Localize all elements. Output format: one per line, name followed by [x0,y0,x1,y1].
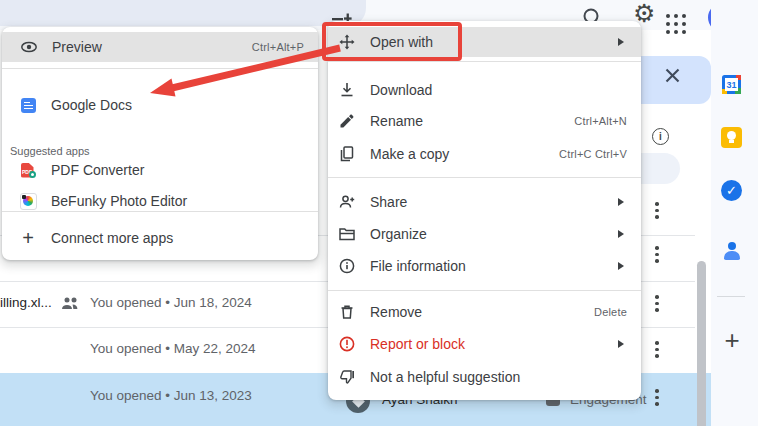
menu-item-label: Remove [370,304,422,320]
menu-item-shortcut: Ctrl+Alt+N [574,115,627,127]
menu-divider [328,177,641,178]
menu-item-label: Connect more apps [51,230,173,246]
menu-item-label: File information [370,258,466,274]
menu-item-not-helpful[interactable]: Not a helpful suggestion [328,362,641,392]
submenu-caret-icon [618,230,624,238]
menu-divider [2,68,318,69]
open-with-submenu: Preview Ctrl+Alt+P Google Docs Suggested… [2,27,318,260]
eye-icon [19,38,39,56]
plus-icon: + [18,229,38,247]
menu-item-shortcut: Ctrl+Alt+P [252,41,304,53]
thumb-down-icon [337,368,357,386]
menu-item-label: Organize [370,226,427,242]
row-activity: You opened • May 22, 2024 [90,341,256,356]
menu-item-make-a-copy[interactable]: Make a copy Ctrl+C Ctrl+V [328,139,641,169]
get-addons-plus-icon[interactable]: + [721,326,743,354]
menu-item-label: Rename [370,113,423,129]
menu-item-share[interactable]: Share [328,187,641,217]
file-name[interactable]: illing.xl... [0,295,52,310]
copy-icon [337,145,357,163]
row-more-options-icon[interactable] [655,389,659,406]
search-bar[interactable] [0,0,366,26]
google-drive-screen: ⚙ i illing.xl... You opened • Jun 18, 20… [0,0,758,426]
menu-item-label: Google Docs [51,97,132,113]
contacts-icon[interactable] [721,240,742,261]
menu-item-shortcut: Delete [594,306,627,318]
pencil-icon [337,112,357,130]
submenu-caret-icon [618,38,624,46]
trash-icon [337,303,357,321]
row-more-options-icon[interactable] [655,295,659,312]
menu-divider [328,61,641,62]
side-panel-divider [717,296,745,297]
pdf-converter-icon: PDF [18,161,38,179]
submenu-caret-icon [618,198,624,206]
side-panel [711,0,758,426]
info-icon[interactable]: i [652,128,669,145]
shared-people-icon [61,296,80,310]
menu-item-label: Open with [370,34,433,50]
menu-item-open-with[interactable]: Open with [328,27,641,57]
menu-item-label: Preview [52,39,102,55]
row-more-options-icon[interactable] [655,341,659,358]
menu-divider [2,211,318,212]
folder-icon [337,225,357,243]
person-add-icon [337,193,357,211]
apps-grid-icon[interactable] [666,14,686,34]
submenu-caret-icon [618,340,624,348]
menu-item-file-information[interactable]: File information [328,251,641,281]
row-more-options-icon[interactable] [655,246,659,263]
google-docs-icon [18,96,38,114]
context-menu: Open with Download Rename Ctrl+Alt+N [328,21,641,400]
menu-item-label: Report or block [370,336,465,352]
tasks-icon[interactable]: ✓ [721,180,742,201]
menu-item-report-or-block[interactable]: Report or block [328,329,641,359]
menu-item-remove[interactable]: Remove Delete [328,297,641,327]
menu-item-connect-more-apps[interactable]: + Connect more apps [2,223,318,253]
menu-item-label: Make a copy [370,146,449,162]
menu-item-label: BeFunky Photo Editor [51,193,187,209]
row-more-options-icon[interactable] [655,202,659,219]
open-with-icon [337,33,357,51]
calendar-icon[interactable]: 31 [722,75,741,94]
menu-item-label: Share [370,194,407,210]
menu-item-preview[interactable]: Preview Ctrl+Alt+P [2,32,318,62]
menu-item-shortcut: Ctrl+C Ctrl+V [559,148,627,160]
menu-divider [328,290,641,291]
menu-item-label: PDF Converter [51,162,144,178]
info-circle-icon [337,257,357,275]
befunky-icon [18,192,38,210]
menu-item-google-docs[interactable]: Google Docs [2,90,318,120]
report-icon [337,335,357,353]
keep-icon[interactable] [721,127,742,148]
download-icon [337,81,357,99]
menu-item-label: Download [370,82,432,98]
submenu-caret-icon [618,262,624,270]
menu-item-rename[interactable]: Rename Ctrl+Alt+N [328,106,641,136]
menu-item-organize[interactable]: Organize [328,219,641,249]
close-icon[interactable] [665,68,680,83]
menu-item-label: Not a helpful suggestion [370,369,520,385]
menu-item-download[interactable]: Download [328,75,641,105]
row-activity: You opened • Jun 13, 2023 [90,388,252,403]
menu-item-pdf-converter[interactable]: PDF PDF Converter [2,155,318,185]
row-activity: You opened • Jun 18, 2024 [90,295,252,310]
scrollbar[interactable] [697,261,706,426]
